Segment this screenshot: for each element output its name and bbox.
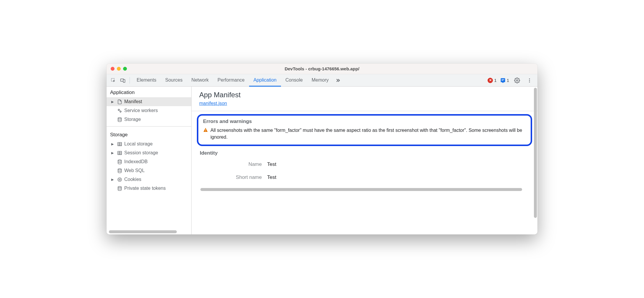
tab-application[interactable]: Application <box>249 74 281 87</box>
svg-rect-3 <box>501 79 504 80</box>
sidebar-divider <box>107 126 191 127</box>
database-icon <box>117 159 122 165</box>
identity-name-value: Test <box>267 161 276 167</box>
sidebar-item-label: Service workers <box>124 108 158 113</box>
database-icon <box>117 168 122 174</box>
gear-icon <box>514 77 520 83</box>
svg-point-16 <box>118 178 122 182</box>
table-icon <box>117 141 122 147</box>
expander-icon: ▶ <box>111 151 115 155</box>
device-toolbar-button[interactable] <box>118 76 127 85</box>
svg-rect-23 <box>205 131 206 131</box>
devices-icon <box>120 78 125 83</box>
sidebar-item-label: Web SQL <box>124 168 145 173</box>
expander-icon: ▶ <box>111 178 115 182</box>
panel-body: Application ▶ Manifest Service workers S… <box>107 87 537 234</box>
sidebar-item-label: Local storage <box>124 141 153 147</box>
identity-name-row: Name Test <box>199 161 530 167</box>
svg-point-15 <box>118 169 121 170</box>
tab-sources[interactable]: Sources <box>161 74 187 87</box>
sidebar-section-application: Application <box>107 87 191 97</box>
sidebar-item-manifest[interactable]: ▶ Manifest <box>107 97 191 106</box>
sidebar-item-label: IndexedDB <box>124 159 148 164</box>
identity-section-title: Identity <box>200 150 530 156</box>
sidebar-item-label: Cookies <box>124 177 141 182</box>
more-options-button[interactable] <box>525 76 534 85</box>
sidebar-item-cookies[interactable]: ▶ Cookies <box>107 175 191 184</box>
errors-warnings-section: Errors and warnings All screenshots with… <box>197 114 532 146</box>
sidebar-section-storage: Storage <box>107 129 191 140</box>
svg-point-19 <box>119 180 119 180</box>
identity-shortname-row: Short name Test <box>199 174 530 180</box>
svg-point-14 <box>118 160 121 161</box>
database-icon <box>117 116 122 122</box>
error-icon: ✕ <box>488 78 493 83</box>
tab-performance[interactable]: Performance <box>213 74 249 87</box>
sidebar-item-web-sql[interactable]: Web SQL <box>107 166 191 175</box>
identity-shortname-value: Test <box>267 174 276 180</box>
sidebar-item-private-state-tokens[interactable]: Private state tokens <box>107 184 191 193</box>
window-title: DevTools - crbug-1476656.web.app/ <box>107 66 537 71</box>
toolbar-divider <box>130 77 130 84</box>
sidebar-item-storage[interactable]: Storage <box>107 115 191 124</box>
issue-icon <box>500 78 506 83</box>
svg-point-17 <box>119 179 119 179</box>
warning-message: All screenshots with the same "form_fact… <box>210 127 526 140</box>
tab-elements[interactable]: Elements <box>132 74 161 87</box>
svg-point-6 <box>529 78 530 79</box>
svg-rect-4 <box>501 80 503 81</box>
main-horizontal-scrollbar[interactable] <box>200 187 529 192</box>
errors-warnings-title: Errors and warnings <box>203 119 526 124</box>
gears-icon <box>117 108 122 114</box>
section-divider <box>192 111 537 111</box>
tab-console[interactable]: Console <box>281 74 307 87</box>
toolbar-status: ✕ 1 1 <box>488 76 535 85</box>
svg-point-5 <box>516 80 518 81</box>
sidebar-item-local-storage[interactable]: ▶ Local storage <box>107 140 191 148</box>
file-icon <box>117 99 122 105</box>
sidebar-item-service-workers[interactable]: Service workers <box>107 106 191 115</box>
inspect-icon <box>111 78 116 83</box>
sidebar-horizontal-scrollbar[interactable] <box>109 230 189 234</box>
devtools-window: DevTools - crbug-1476656.web.app/ Elemen… <box>107 64 537 234</box>
kebab-icon <box>527 78 532 83</box>
identity-name-label: Name <box>199 161 267 167</box>
errors-badge[interactable]: ✕ 1 <box>488 78 496 83</box>
identity-shortname-label: Short name <box>199 174 267 180</box>
svg-point-7 <box>529 80 530 81</box>
error-count: 1 <box>494 78 496 83</box>
warning-row: All screenshots with the same "form_fact… <box>203 127 526 140</box>
sidebar-item-label: Session storage <box>124 150 158 156</box>
page-title: App Manifest <box>199 91 530 99</box>
tab-memory[interactable]: Memory <box>307 74 333 87</box>
manifest-link[interactable]: manifest.json <box>199 101 227 106</box>
devtools-toolbar: Elements Sources Network Performance App… <box>107 74 537 87</box>
database-icon <box>117 185 122 191</box>
settings-button[interactable] <box>513 76 522 85</box>
svg-rect-22 <box>205 129 206 130</box>
svg-point-18 <box>120 179 120 179</box>
sidebar-item-label: Private state tokens <box>124 186 166 191</box>
window-titlebar: DevTools - crbug-1476656.web.app/ <box>107 64 537 74</box>
svg-point-9 <box>118 109 119 110</box>
sidebar-item-label: Storage <box>124 117 141 122</box>
warning-icon <box>203 127 208 140</box>
svg-point-21 <box>118 186 121 187</box>
svg-point-11 <box>118 117 121 119</box>
panel-tabs: Elements Sources Network Performance App… <box>132 74 487 86</box>
svg-rect-2 <box>123 80 125 82</box>
svg-point-8 <box>529 81 530 82</box>
inspect-element-button[interactable] <box>109 76 118 85</box>
manifest-panel: App Manifest manifest.json Errors and wa… <box>192 87 537 234</box>
expander-icon: ▶ <box>111 142 115 146</box>
main-vertical-scrollbar[interactable] <box>533 87 537 234</box>
sidebar-item-session-storage[interactable]: ▶ Session storage <box>107 148 191 157</box>
sidebar-item-label: Manifest <box>124 99 142 104</box>
tab-network[interactable]: Network <box>187 74 213 87</box>
more-tabs-button[interactable] <box>333 74 343 86</box>
sidebar-item-indexeddb[interactable]: IndexedDB <box>107 157 191 166</box>
cookie-icon <box>117 176 122 182</box>
issues-badge[interactable]: 1 <box>500 78 509 83</box>
application-sidebar: Application ▶ Manifest Service workers S… <box>107 87 192 234</box>
expander-icon: ▶ <box>111 100 115 104</box>
